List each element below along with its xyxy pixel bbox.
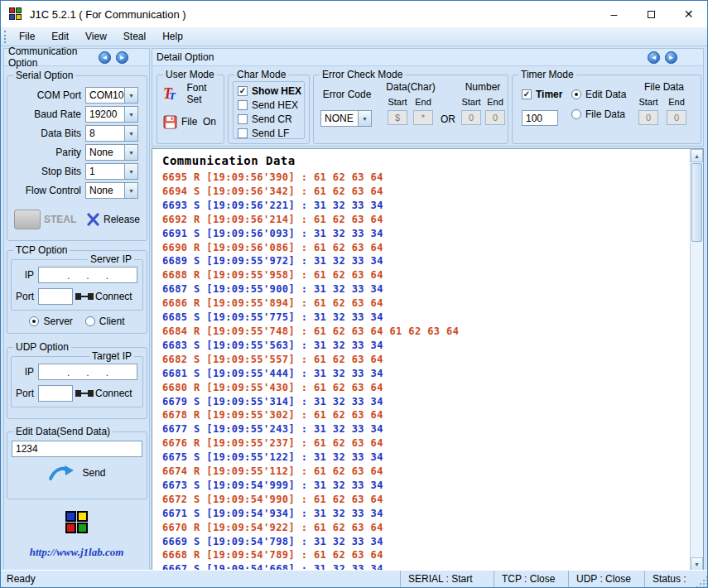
file-on-button[interactable]: File On: [163, 112, 216, 132]
scroll-up-icon[interactable]: ▲: [691, 149, 703, 162]
tcp-ip-row: IP . . .: [15, 267, 137, 283]
error-check-mode-group: Error Check Mode Error Code NONE▼ Data(C…: [313, 75, 508, 144]
data-end-input: *: [413, 110, 433, 125]
menu-item-edit[interactable]: Edit: [43, 28, 77, 45]
menu-item-view[interactable]: View: [77, 28, 115, 45]
number-end-label: End: [484, 97, 507, 107]
nav-forward-icon[interactable]: ►: [116, 51, 128, 64]
send-cr-checkbox[interactable]: [238, 114, 248, 124]
udp-ip-input[interactable]: . . .: [38, 364, 137, 380]
udp-ip-row: IP . . .: [15, 364, 137, 380]
show-hex-checkbox[interactable]: ✓: [238, 86, 248, 96]
app-icon: [9, 7, 22, 21]
close-button[interactable]: ✕: [670, 1, 707, 27]
send-lf-option[interactable]: Send LF: [234, 126, 304, 140]
menu-bar: FileEditViewStealHelp: [1, 27, 707, 46]
chevron-down-icon: ▼: [124, 183, 137, 198]
com-port-select[interactable]: COM10▼: [85, 87, 138, 104]
tcp-connect-button[interactable]: Connect: [95, 291, 132, 302]
timer-mode-label: Timer Mode: [518, 69, 576, 80]
timer-checkbox[interactable]: ✓: [522, 89, 532, 99]
flow-control-row: Flow Control None▼: [9, 182, 145, 199]
window-title: J1C 5.2.1 ( For Communication ): [30, 8, 186, 21]
send-hex-option[interactable]: Send HEX: [234, 98, 304, 112]
font-set-button[interactable]: TT Font Set: [163, 84, 224, 104]
nav-forward-icon[interactable]: ►: [665, 51, 677, 64]
baud-rate-select[interactable]: 19200▼: [85, 106, 138, 123]
send-data-input[interactable]: 1234: [12, 441, 142, 457]
detail-option-title: Detail Option: [157, 51, 214, 63]
udp-ip-label: IP: [15, 366, 38, 378]
steal-release-row: STEAL Release: [11, 205, 143, 234]
udp-port-input[interactable]: [38, 385, 73, 402]
user-mode-label: User Mode: [163, 69, 217, 80]
edit-data-option[interactable]: Edit Data: [567, 87, 626, 101]
stop-bits-select[interactable]: 1▼: [85, 163, 138, 180]
client-radio[interactable]: [85, 316, 95, 326]
send-button[interactable]: Send: [7, 464, 147, 482]
timer-label: Timer: [536, 89, 562, 100]
website-link[interactable]: http://www.j1lab.com: [4, 546, 149, 559]
user-mode-group: User Mode TT Font Set File On: [157, 75, 224, 144]
j1lab-logo: [4, 511, 149, 533]
parity-select[interactable]: None▼: [85, 144, 138, 161]
file-data-option[interactable]: File Data: [567, 107, 625, 121]
comm-data-row: 6670 R [19:09:54'922] : 61 62 63 64: [162, 521, 703, 535]
send-hex-checkbox[interactable]: [238, 100, 248, 110]
show-hex-option[interactable]: ✓ Show HEX: [234, 84, 304, 98]
resize-grip[interactable]: [696, 576, 707, 587]
comm-data-row: 6668 R [19:09:54'789] : 61 62 63 64: [162, 548, 703, 562]
nav-back-icon[interactable]: ◄: [648, 51, 660, 64]
app-window: J1C 5.2.1 ( For Communication ) – ✕ File…: [0, 0, 708, 588]
menu-item-help[interactable]: Help: [154, 28, 191, 45]
error-code-select[interactable]: NONE▼: [320, 110, 372, 127]
communication-data-panel: Communication Data 6695 R [19:09:56'390]…: [152, 148, 704, 571]
edit-data-label: Edit Data(Send Data): [13, 426, 113, 437]
flow-control-select[interactable]: None▼: [85, 182, 138, 199]
comm-data-row: 6669 S [19:09:54'798] : 31 32 33 34: [162, 535, 703, 549]
steal-button: STEAL: [14, 210, 76, 229]
maximize-button[interactable]: [633, 1, 670, 27]
connect-icon: [75, 388, 94, 398]
char-mode-group: Char Mode ✓ Show HEX Send HEX Send CR Se…: [228, 75, 310, 144]
serial-option-label: Serial Option: [13, 70, 75, 81]
file-end-label: End: [665, 97, 688, 107]
minimize-button[interactable]: –: [595, 1, 633, 27]
file-data-radio[interactable]: [571, 109, 581, 119]
tcp-ip-input[interactable]: . . .: [38, 267, 137, 283]
release-button[interactable]: Release: [86, 213, 140, 226]
data-bits-row: Data Bits 8▼: [9, 125, 145, 142]
vertical-scrollbar[interactable]: ▲ ▼: [690, 149, 703, 571]
detail-option-pane: Detail Option ◄ ► User Mode TT Font Set …: [152, 48, 704, 147]
comm-data-row: 6695 R [19:09:56'390] : 61 62 63 64: [162, 171, 703, 185]
nav-back-icon[interactable]: ◄: [99, 51, 111, 64]
status-bar: Ready SERIAL : Start TCP : Close UDP : C…: [1, 570, 707, 587]
send-cr-option[interactable]: Send CR: [234, 112, 304, 126]
file-start-input: 0: [638, 110, 658, 125]
window-controls: – ✕: [595, 1, 707, 27]
udp-connect-button[interactable]: Connect: [95, 388, 132, 399]
com-port-label: COM Port: [9, 89, 85, 101]
send-lf-label: Send LF: [252, 128, 289, 139]
scrollbar-thumb[interactable]: [691, 163, 702, 242]
data-bits-select[interactable]: 8▼: [85, 125, 138, 142]
release-x-icon: [86, 213, 101, 226]
communication-option-title: Communication Option: [8, 46, 99, 69]
flow-control-label: Flow Control: [9, 185, 85, 196]
edit-data-radio[interactable]: [571, 89, 581, 99]
char-mode-label: Char Mode: [234, 69, 288, 80]
comm-data-row: 6684 R [19:09:55'748] : 61 62 63 64 61 6…: [162, 325, 703, 339]
send-lf-checkbox[interactable]: [238, 128, 248, 138]
scroll-down-icon[interactable]: ▼: [691, 557, 703, 571]
comm-data-row: 6694 S [19:09:56'342] : 61 62 63 64: [162, 185, 703, 199]
file-on-label: File On: [181, 116, 216, 128]
menu-item-file[interactable]: File: [11, 28, 43, 45]
tcp-port-input[interactable]: [38, 288, 73, 305]
timer-option[interactable]: ✓ Timer: [518, 87, 562, 101]
timer-interval-input[interactable]: 100: [522, 110, 558, 126]
menu-item-steal[interactable]: Steal: [115, 28, 154, 45]
baud-rate-row: Baud Rate 19200▼: [9, 106, 145, 123]
server-radio[interactable]: [29, 316, 39, 326]
pane-nav: ◄ ►: [648, 51, 677, 64]
parity-label: Parity: [9, 147, 85, 158]
